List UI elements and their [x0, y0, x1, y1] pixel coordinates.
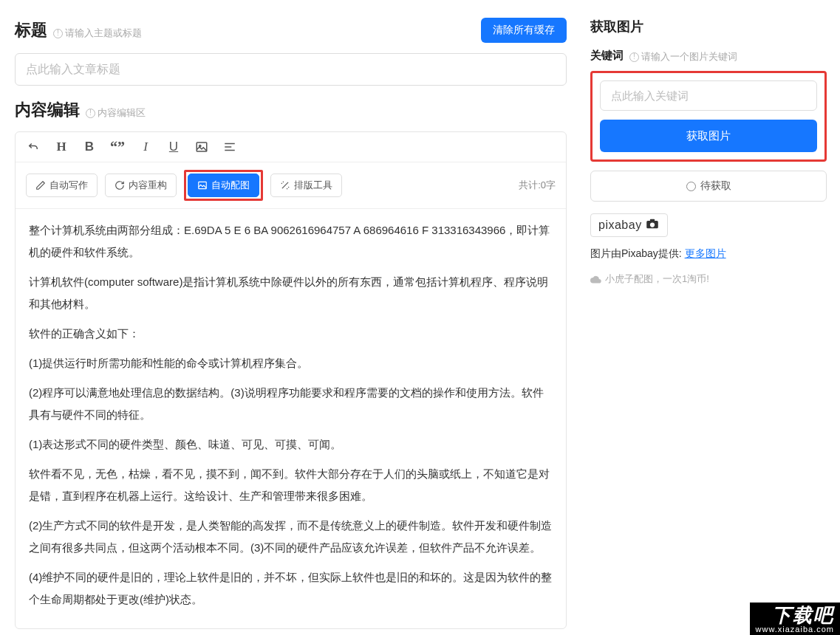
paragraph: 软件看不见，无色，枯燥，看不见，摸不到，闻不到。软件大部分存在于人们的头脑或纸上…	[29, 463, 553, 507]
italic-icon[interactable]: I	[138, 140, 153, 154]
sidebar-title: 获取图片	[590, 18, 827, 35]
paragraph: (2)程序可以满意地处理信息的数据结构。(3)说明程序功能要求和程序需要的文档的…	[29, 382, 553, 426]
content-hint: ! 内容编辑区	[86, 106, 146, 120]
highlighted-auto-image: 自动配图	[184, 170, 263, 201]
bold-icon[interactable]: B	[82, 140, 97, 154]
wand-icon	[280, 180, 290, 190]
paragraph: (4)维护不同的硬件是旧的，理论上软件是旧的，并不坏，但实际上软件也是旧的和坏的…	[29, 566, 553, 611]
paragraph: 软件的正确含义如下：	[29, 323, 553, 345]
title-label: 标题	[15, 19, 47, 41]
svg-point-8	[650, 222, 655, 227]
info-icon: !	[629, 52, 639, 62]
highlighted-keyword-box: 获取图片	[590, 71, 827, 162]
auto-write-button[interactable]: 自动写作	[26, 174, 98, 197]
align-icon[interactable]	[222, 140, 237, 154]
underline-icon[interactable]: U	[166, 140, 181, 154]
paragraph: (2)生产方式不同的软件是开发，是人类智能的高发挥，而不是传统意义上的硬件制造。…	[29, 515, 553, 559]
pending-button[interactable]: 待获取	[590, 171, 827, 202]
svg-rect-7	[650, 219, 655, 222]
paragraph: 整个计算机系统由两部分组成：E.69DA 5 E 6 BA 9062616964…	[29, 219, 553, 264]
info-icon: !	[86, 109, 95, 118]
info-icon: !	[53, 29, 63, 38]
watermark: 下载吧 www.xiazaiba.com	[750, 603, 840, 635]
title-hint: ! 请输入主题或标题	[53, 27, 142, 40]
editor-content[interactable]: 整个计算机系统由两部分组成：E.69DA 5 E 6 BA 9062616964…	[16, 209, 566, 628]
more-images-link[interactable]: 更多图片	[685, 247, 726, 259]
camera-icon	[645, 219, 660, 232]
paragraph: (1)提供运行时所需功能和性能的命令或计算机程序集合。	[29, 352, 553, 374]
format-toolbar: H B “” I U	[16, 132, 566, 162]
provider-line: 图片由Pixabay提供: 更多图片	[590, 247, 827, 261]
refresh-icon	[115, 180, 125, 190]
editor-box: H B “” I U 自动写作 内容重构	[15, 131, 567, 629]
keyword-hint: ! 请输入一个图片关键词	[629, 50, 737, 64]
pixabay-badge: pixabay	[590, 213, 668, 237]
keyword-input[interactable]	[600, 80, 817, 111]
restructure-button[interactable]: 内容重构	[105, 174, 177, 197]
pencil-icon	[35, 180, 46, 190]
cloud-icon	[590, 275, 601, 284]
heading-icon[interactable]: H	[54, 140, 69, 154]
clear-cache-button[interactable]: 清除所有缓存	[481, 18, 567, 43]
paragraph: (1)表达形式不同的硬件类型、颜色、味道、可见、可摸、可闻。	[29, 433, 553, 456]
word-count: 共计:0字	[519, 179, 556, 192]
content-label: 内容编辑	[15, 99, 80, 121]
undo-icon[interactable]	[26, 140, 41, 154]
quote-icon[interactable]: “”	[110, 140, 125, 154]
content-section-header: 内容编辑 ! 内容编辑区	[15, 99, 567, 121]
action-toolbar: 自动写作 内容重构 自动配图 排版工具 共计:0字	[16, 162, 566, 209]
image-icon[interactable]	[194, 140, 209, 154]
auto-image-button[interactable]: 自动配图	[188, 174, 259, 197]
keyword-label: 关键词	[590, 49, 624, 63]
picture-icon	[197, 180, 208, 190]
article-title-input[interactable]	[15, 53, 567, 86]
layout-tool-button[interactable]: 排版工具	[270, 174, 342, 197]
circle-icon	[686, 182, 696, 191]
title-section-header: 标题 ! 请输入主题或标题 清除所有缓存	[15, 18, 567, 43]
paragraph: 计算机软件(computer software)是指计算机系统中除硬件以外的所有…	[29, 271, 553, 315]
fetch-image-button[interactable]: 获取图片	[600, 120, 817, 152]
footer-note: 小虎子配图，一次1淘币!	[590, 272, 827, 286]
